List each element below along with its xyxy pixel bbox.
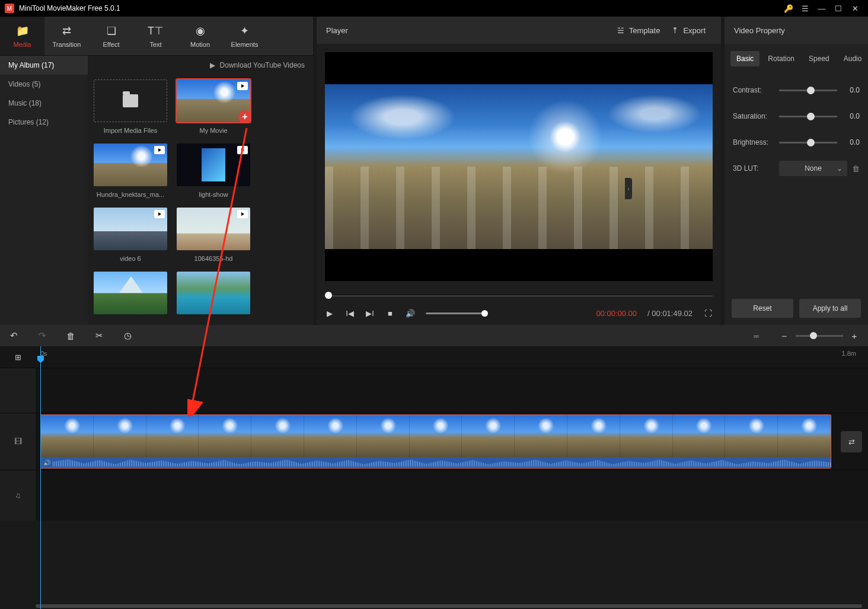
tab-motion[interactable]: ◉ Motion (178, 17, 222, 55)
tab-speed[interactable]: Speed (803, 51, 835, 66)
redo-button[interactable]: ↷ (37, 330, 47, 341)
transition-icon: ⇄ (62, 24, 71, 37)
speed-button[interactable]: ◷ (122, 330, 133, 341)
minimize-icon[interactable]: — (813, 0, 830, 17)
playhead[interactable] (40, 346, 41, 609)
video-badge-icon (154, 146, 165, 154)
brightness-slider[interactable] (779, 142, 837, 144)
add-track-button[interactable]: ⊞ (0, 346, 36, 368)
delete-button[interactable]: 🗑 (65, 331, 76, 341)
duration: / 00:01:49.02 (647, 309, 693, 318)
album-my-album[interactable]: My Album (17) (0, 56, 88, 75)
contrast-slider[interactable] (779, 90, 837, 91)
tab-effect[interactable]: ❏ Effect (89, 17, 133, 55)
media-item[interactable]: video 6 (94, 208, 167, 262)
lut-select[interactable]: None (779, 161, 847, 176)
media-label: Hundra_knektars_ma... (97, 191, 164, 198)
tab-elements[interactable]: ✦ Elements (222, 17, 267, 55)
prev-frame-button[interactable]: I◀ (345, 309, 355, 318)
maximize-icon[interactable]: ☐ (830, 0, 847, 17)
menu-icon[interactable]: ☰ (797, 0, 813, 17)
effect-icon: ❏ (107, 24, 116, 37)
reset-button[interactable]: Reset (732, 299, 793, 318)
zoom-out-button[interactable]: − (779, 331, 790, 341)
export-icon: ⤒ (672, 26, 678, 35)
split-button[interactable]: ✂ (94, 330, 104, 341)
media-item[interactable]: light-show (177, 144, 250, 198)
ruler-end: 1.8m (842, 350, 856, 357)
tab-rotation[interactable]: Rotation (762, 51, 800, 66)
tab-label: Transition (53, 41, 81, 48)
play-button[interactable]: ▶ (325, 309, 334, 318)
video-badge-icon (237, 210, 248, 218)
media-item[interactable]: 10646355-hd (177, 208, 250, 262)
add-to-timeline-button[interactable]: + (238, 110, 250, 122)
fullscreen-button[interactable]: ⛶ (703, 309, 713, 318)
import-label: Import Media Files (104, 127, 157, 134)
media-item[interactable]: + My Movie (177, 79, 250, 134)
album-list: My Album (17) Videos (5) Music (18) Pict… (0, 56, 88, 325)
tab-text[interactable]: T⊤ Text (133, 17, 178, 55)
timeline-snap-icon[interactable]: ⎓ (751, 331, 761, 341)
album-pictures[interactable]: Pictures (12) (0, 113, 88, 132)
seek-bar[interactable] (325, 289, 713, 301)
tab-label: Motion (190, 41, 210, 48)
contrast-label: Contrast: (733, 86, 774, 94)
lut-delete-icon[interactable]: 🗑 (852, 164, 860, 173)
tab-media[interactable]: 📁 Media (0, 17, 44, 55)
media-grid: Import Media Files + My Movie Hundra_kne… (88, 75, 313, 325)
album-music[interactable]: Music (18) (0, 94, 88, 113)
brightness-value: 0.0 (842, 138, 860, 146)
media-item[interactable]: Hundra_knektars_ma... (94, 144, 167, 198)
apply-all-button[interactable]: Apply to all (799, 299, 861, 318)
timeline-scrollbar[interactable] (0, 603, 868, 609)
timeline: ⊞ 0s 1.8m 🎞 🔊 (0, 346, 868, 609)
video-track[interactable]: 🎞 🔊 ⇄ (0, 413, 868, 470)
volume-slider[interactable] (426, 313, 485, 314)
media-label: My Movie (199, 127, 227, 134)
download-label: Download YouTube Videos (220, 61, 305, 69)
music-track-icon: ♫ (0, 470, 36, 521)
zoom-slider[interactable] (796, 335, 843, 337)
license-key-icon[interactable]: 🔑 (780, 0, 797, 17)
album-videos[interactable]: Videos (5) (0, 75, 88, 94)
music-track[interactable]: ♫ (0, 470, 868, 521)
tab-audio[interactable]: Audio (838, 51, 868, 66)
saturation-slider[interactable] (779, 116, 837, 117)
download-youtube-link[interactable]: ▶ Download YouTube Videos (210, 61, 305, 69)
current-time: 00:00:00.00 (596, 309, 637, 318)
volume-icon[interactable]: 🔊 (406, 309, 415, 318)
swap-track-button[interactable]: ⇄ (841, 431, 862, 452)
motion-icon: ◉ (196, 24, 205, 37)
media-label: video 6 (120, 255, 141, 262)
tool-tabs: 📁 Media ⇄ Transition ❏ Effect T⊤ Text ◉ … (0, 17, 313, 56)
video-badge-icon (237, 82, 248, 90)
speaker-icon: 🔊 (43, 460, 50, 466)
youtube-icon: ▶ (210, 61, 215, 69)
zoom-in-button[interactable]: + (849, 331, 860, 341)
close-icon[interactable]: ✕ (847, 0, 863, 17)
tab-label: Effect (103, 41, 120, 48)
next-frame-button[interactable]: ▶I (365, 309, 375, 318)
video-clip[interactable]: 🔊 (40, 414, 831, 468)
timeline-ruler[interactable]: ⊞ 0s 1.8m (0, 346, 868, 368)
lut-label: 3D LUT: (733, 164, 774, 173)
media-item[interactable] (94, 272, 167, 319)
export-label: Export (683, 26, 706, 35)
title-bar: M MiniTool MovieMaker Free 5.0.1 🔑 ☰ — ☐… (0, 0, 868, 17)
player-viewport[interactable] (325, 52, 713, 281)
tab-label: Media (14, 41, 31, 48)
app-title: MiniTool MovieMaker Free 5.0.1 (19, 4, 120, 12)
import-media-tile[interactable]: Import Media Files (94, 79, 167, 134)
tab-transition[interactable]: ⇄ Transition (44, 17, 89, 55)
folder-icon: 📁 (16, 24, 29, 37)
export-button[interactable]: ⤒ Export (666, 26, 711, 35)
tab-basic[interactable]: Basic (730, 51, 760, 66)
stop-button[interactable]: ■ (385, 309, 395, 318)
expand-props-handle[interactable]: › (625, 178, 632, 199)
media-item[interactable] (177, 272, 250, 319)
undo-button[interactable]: ↶ (8, 330, 19, 341)
folder-icon (123, 94, 138, 107)
template-button[interactable]: ☱ Template (611, 26, 666, 35)
template-label: Template (629, 26, 660, 35)
